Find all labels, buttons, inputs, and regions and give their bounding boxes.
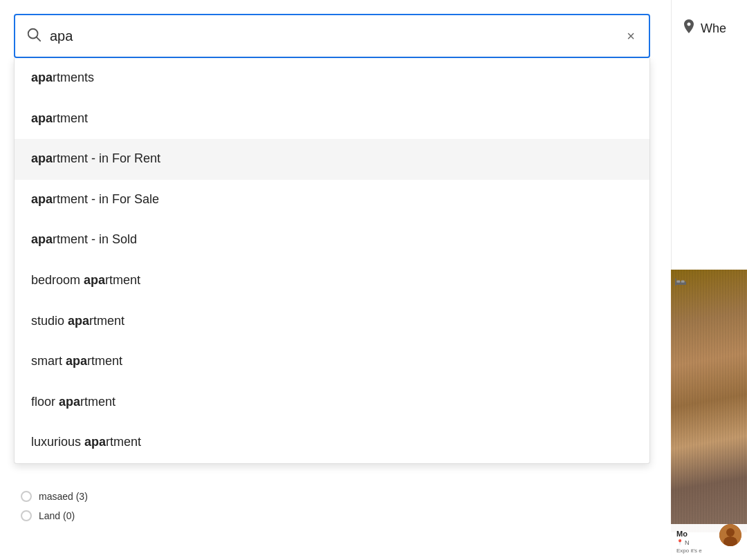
suggestion-apartment-for-rent-text: apartment - in For Rent: [31, 151, 160, 167]
suggestion-luxurious-apartment[interactable]: luxurious apartment: [15, 422, 649, 463]
radio-masaed[interactable]: [21, 491, 32, 502]
where-container: Whe: [680, 14, 739, 44]
radio-land[interactable]: [21, 510, 32, 521]
search-icon: [26, 27, 42, 46]
bed-icon-container: [675, 277, 686, 289]
search-input[interactable]: [50, 28, 616, 44]
suggestion-apartments[interactable]: apartments: [15, 58, 649, 99]
suggestion-apartments-text: apartments: [31, 71, 94, 86]
suggestion-apartment-for-rent[interactable]: apartment - in For Rent: [15, 139, 649, 180]
card-location-pin-icon: 📍: [676, 539, 683, 545]
svg-point-5: [726, 528, 735, 536]
left-sidebar: masaed (3) Land (0): [0, 477, 332, 560]
suggestion-luxurious-apartment-text: luxurious apartment: [31, 435, 141, 450]
suggestion-studio-apartment[interactable]: studio apartment: [15, 301, 649, 342]
svg-line-8: [37, 37, 40, 40]
card-description: Expo it's e: [676, 548, 741, 554]
suggestion-studio-apartment-text: studio apartment: [31, 314, 124, 329]
suggestion-apartment-for-sale[interactable]: apartment - in For Sale: [15, 180, 649, 221]
suggestion-apartment-for-sale-text: apartment - in For Sale: [31, 192, 159, 207]
suggestion-floor-apartment-text: floor apartment: [31, 395, 116, 410]
suggestion-smart-apartment[interactable]: smart apartment: [15, 342, 649, 382]
right-panel: Whe Mo 📍 N Expo it's e: [671, 0, 747, 560]
filter-masaed: masaed (3): [21, 491, 311, 502]
card-location-text: N: [685, 539, 690, 546]
where-label: Whe: [701, 21, 726, 36]
filter-land: Land (0): [21, 510, 311, 521]
filter-masaed-label: masaed (3): [39, 491, 88, 502]
svg-rect-2: [676, 281, 680, 283]
location-pin-icon: [683, 19, 695, 38]
suggestion-apartment-sold[interactable]: apartment - in Sold: [15, 220, 649, 261]
suggestion-apartment-text: apartment: [31, 111, 88, 127]
clear-button[interactable]: ×: [624, 26, 638, 47]
svg-rect-1: [675, 278, 676, 286]
suggestion-floor-apartment[interactable]: floor apartment: [15, 382, 649, 423]
suggestion-apartment-sold-text: apartment - in Sold: [31, 232, 137, 248]
search-bar: ×: [14, 14, 650, 58]
wood-texture: [671, 270, 747, 532]
avatar-container: [719, 524, 741, 546]
filter-land-label: Land (0): [39, 510, 75, 521]
property-card-right: Mo 📍 N Expo it's e: [671, 270, 747, 560]
suggestion-bedroom-apartment[interactable]: bedroom apartment: [15, 261, 649, 301]
card-image: [671, 270, 747, 532]
suggestion-smart-apartment-text: smart apartment: [31, 354, 122, 369]
suggestion-bedroom-apartment-text: bedroom apartment: [31, 273, 140, 288]
avatar: [719, 524, 741, 546]
svg-rect-3: [681, 281, 685, 283]
search-dropdown: apartments apartment apartment - in For …: [14, 58, 650, 464]
suggestion-apartment[interactable]: apartment: [15, 99, 649, 140]
search-overlay: × apartments apartment apartment - in Fo…: [14, 14, 650, 464]
